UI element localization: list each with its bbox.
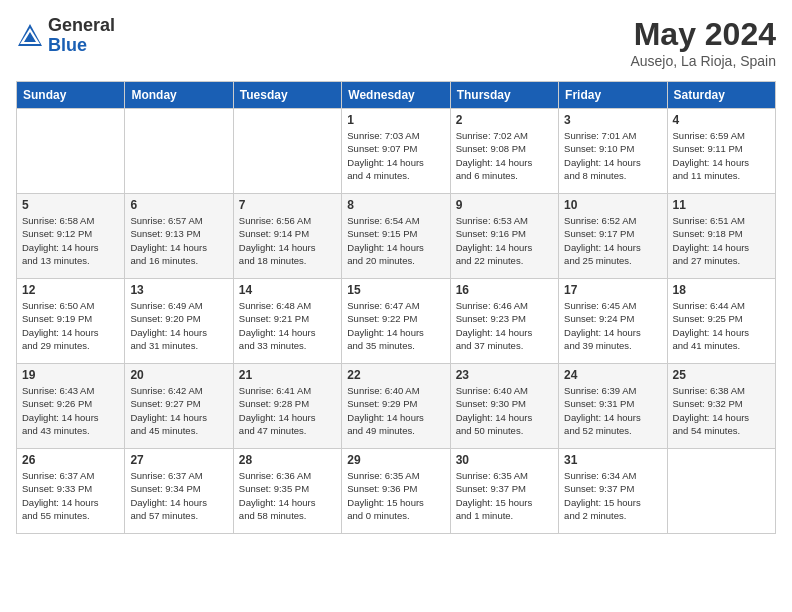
calendar-cell — [667, 449, 775, 534]
logo-text: General Blue — [48, 16, 115, 56]
calendar-cell: 8Sunrise: 6:54 AM Sunset: 9:15 PM Daylig… — [342, 194, 450, 279]
day-number: 6 — [130, 198, 227, 212]
day-number: 20 — [130, 368, 227, 382]
calendar-cell: 26Sunrise: 6:37 AM Sunset: 9:33 PM Dayli… — [17, 449, 125, 534]
calendar-cell: 25Sunrise: 6:38 AM Sunset: 9:32 PM Dayli… — [667, 364, 775, 449]
day-number: 7 — [239, 198, 336, 212]
day-info: Sunrise: 6:37 AM Sunset: 9:33 PM Dayligh… — [22, 469, 119, 522]
calendar-cell: 15Sunrise: 6:47 AM Sunset: 9:22 PM Dayli… — [342, 279, 450, 364]
page-header: General Blue May 2024 Ausejo, La Rioja, … — [16, 16, 776, 69]
calendar-body: 1Sunrise: 7:03 AM Sunset: 9:07 PM Daylig… — [17, 109, 776, 534]
calendar-cell: 20Sunrise: 6:42 AM Sunset: 9:27 PM Dayli… — [125, 364, 233, 449]
day-number: 2 — [456, 113, 553, 127]
day-info: Sunrise: 6:39 AM Sunset: 9:31 PM Dayligh… — [564, 384, 661, 437]
day-info: Sunrise: 6:52 AM Sunset: 9:17 PM Dayligh… — [564, 214, 661, 267]
week-row-1: 5Sunrise: 6:58 AM Sunset: 9:12 PM Daylig… — [17, 194, 776, 279]
calendar-cell — [125, 109, 233, 194]
header-cell-sunday: Sunday — [17, 82, 125, 109]
day-number: 24 — [564, 368, 661, 382]
day-info: Sunrise: 6:59 AM Sunset: 9:11 PM Dayligh… — [673, 129, 770, 182]
day-info: Sunrise: 7:03 AM Sunset: 9:07 PM Dayligh… — [347, 129, 444, 182]
day-info: Sunrise: 6:35 AM Sunset: 9:37 PM Dayligh… — [456, 469, 553, 522]
calendar-cell: 29Sunrise: 6:35 AM Sunset: 9:36 PM Dayli… — [342, 449, 450, 534]
day-info: Sunrise: 6:42 AM Sunset: 9:27 PM Dayligh… — [130, 384, 227, 437]
header-cell-thursday: Thursday — [450, 82, 558, 109]
calendar-cell: 28Sunrise: 6:36 AM Sunset: 9:35 PM Dayli… — [233, 449, 341, 534]
day-number: 30 — [456, 453, 553, 467]
day-number: 18 — [673, 283, 770, 297]
day-number: 11 — [673, 198, 770, 212]
day-number: 10 — [564, 198, 661, 212]
day-number: 1 — [347, 113, 444, 127]
calendar-cell: 13Sunrise: 6:49 AM Sunset: 9:20 PM Dayli… — [125, 279, 233, 364]
calendar-cell: 12Sunrise: 6:50 AM Sunset: 9:19 PM Dayli… — [17, 279, 125, 364]
day-info: Sunrise: 6:51 AM Sunset: 9:18 PM Dayligh… — [673, 214, 770, 267]
day-info: Sunrise: 6:58 AM Sunset: 9:12 PM Dayligh… — [22, 214, 119, 267]
header-cell-wednesday: Wednesday — [342, 82, 450, 109]
day-info: Sunrise: 6:43 AM Sunset: 9:26 PM Dayligh… — [22, 384, 119, 437]
day-info: Sunrise: 6:44 AM Sunset: 9:25 PM Dayligh… — [673, 299, 770, 352]
day-number: 15 — [347, 283, 444, 297]
calendar-cell: 4Sunrise: 6:59 AM Sunset: 9:11 PM Daylig… — [667, 109, 775, 194]
day-number: 16 — [456, 283, 553, 297]
day-number: 29 — [347, 453, 444, 467]
day-info: Sunrise: 6:50 AM Sunset: 9:19 PM Dayligh… — [22, 299, 119, 352]
day-info: Sunrise: 6:34 AM Sunset: 9:37 PM Dayligh… — [564, 469, 661, 522]
day-number: 31 — [564, 453, 661, 467]
day-number: 17 — [564, 283, 661, 297]
day-number: 9 — [456, 198, 553, 212]
day-number: 13 — [130, 283, 227, 297]
calendar-cell: 1Sunrise: 7:03 AM Sunset: 9:07 PM Daylig… — [342, 109, 450, 194]
calendar-cell: 22Sunrise: 6:40 AM Sunset: 9:29 PM Dayli… — [342, 364, 450, 449]
title-block: May 2024 Ausejo, La Rioja, Spain — [630, 16, 776, 69]
day-info: Sunrise: 6:40 AM Sunset: 9:30 PM Dayligh… — [456, 384, 553, 437]
day-number: 21 — [239, 368, 336, 382]
week-row-0: 1Sunrise: 7:03 AM Sunset: 9:07 PM Daylig… — [17, 109, 776, 194]
location: Ausejo, La Rioja, Spain — [630, 53, 776, 69]
day-number: 12 — [22, 283, 119, 297]
calendar-cell: 2Sunrise: 7:02 AM Sunset: 9:08 PM Daylig… — [450, 109, 558, 194]
day-number: 3 — [564, 113, 661, 127]
calendar-cell: 10Sunrise: 6:52 AM Sunset: 9:17 PM Dayli… — [559, 194, 667, 279]
logo-icon — [16, 22, 44, 50]
calendar-header: SundayMondayTuesdayWednesdayThursdayFrid… — [17, 82, 776, 109]
calendar-cell: 9Sunrise: 6:53 AM Sunset: 9:16 PM Daylig… — [450, 194, 558, 279]
logo-blue: Blue — [48, 36, 115, 56]
header-cell-friday: Friday — [559, 82, 667, 109]
day-info: Sunrise: 6:36 AM Sunset: 9:35 PM Dayligh… — [239, 469, 336, 522]
calendar-cell: 3Sunrise: 7:01 AM Sunset: 9:10 PM Daylig… — [559, 109, 667, 194]
calendar-cell: 27Sunrise: 6:37 AM Sunset: 9:34 PM Dayli… — [125, 449, 233, 534]
day-info: Sunrise: 6:56 AM Sunset: 9:14 PM Dayligh… — [239, 214, 336, 267]
day-number: 27 — [130, 453, 227, 467]
header-cell-saturday: Saturday — [667, 82, 775, 109]
day-number: 22 — [347, 368, 444, 382]
day-number: 28 — [239, 453, 336, 467]
day-info: Sunrise: 6:46 AM Sunset: 9:23 PM Dayligh… — [456, 299, 553, 352]
header-cell-tuesday: Tuesday — [233, 82, 341, 109]
day-number: 5 — [22, 198, 119, 212]
day-info: Sunrise: 6:41 AM Sunset: 9:28 PM Dayligh… — [239, 384, 336, 437]
header-row: SundayMondayTuesdayWednesdayThursdayFrid… — [17, 82, 776, 109]
calendar-cell — [233, 109, 341, 194]
day-info: Sunrise: 6:45 AM Sunset: 9:24 PM Dayligh… — [564, 299, 661, 352]
day-info: Sunrise: 6:37 AM Sunset: 9:34 PM Dayligh… — [130, 469, 227, 522]
day-number: 14 — [239, 283, 336, 297]
calendar-table: SundayMondayTuesdayWednesdayThursdayFrid… — [16, 81, 776, 534]
header-cell-monday: Monday — [125, 82, 233, 109]
day-info: Sunrise: 6:48 AM Sunset: 9:21 PM Dayligh… — [239, 299, 336, 352]
calendar-cell: 16Sunrise: 6:46 AM Sunset: 9:23 PM Dayli… — [450, 279, 558, 364]
calendar-cell: 23Sunrise: 6:40 AM Sunset: 9:30 PM Dayli… — [450, 364, 558, 449]
calendar-cell: 6Sunrise: 6:57 AM Sunset: 9:13 PM Daylig… — [125, 194, 233, 279]
day-info: Sunrise: 6:40 AM Sunset: 9:29 PM Dayligh… — [347, 384, 444, 437]
month-title: May 2024 — [630, 16, 776, 53]
calendar-cell: 31Sunrise: 6:34 AM Sunset: 9:37 PM Dayli… — [559, 449, 667, 534]
day-info: Sunrise: 6:53 AM Sunset: 9:16 PM Dayligh… — [456, 214, 553, 267]
calendar-cell — [17, 109, 125, 194]
day-number: 19 — [22, 368, 119, 382]
calendar-cell: 24Sunrise: 6:39 AM Sunset: 9:31 PM Dayli… — [559, 364, 667, 449]
calendar-cell: 30Sunrise: 6:35 AM Sunset: 9:37 PM Dayli… — [450, 449, 558, 534]
day-info: Sunrise: 6:57 AM Sunset: 9:13 PM Dayligh… — [130, 214, 227, 267]
week-row-4: 26Sunrise: 6:37 AM Sunset: 9:33 PM Dayli… — [17, 449, 776, 534]
calendar-cell: 17Sunrise: 6:45 AM Sunset: 9:24 PM Dayli… — [559, 279, 667, 364]
day-number: 4 — [673, 113, 770, 127]
